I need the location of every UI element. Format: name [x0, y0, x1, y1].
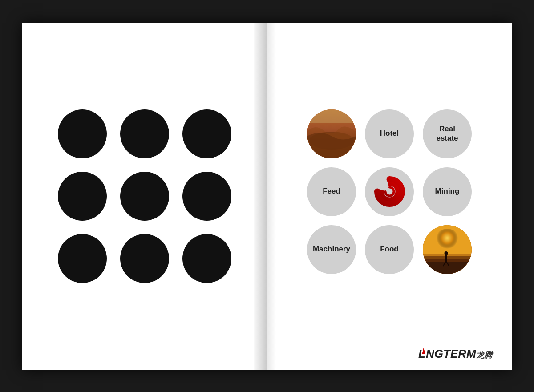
circles-grid: Hotel Realestate Feed: [307, 109, 472, 274]
circle-mining[interactable]: Mining: [423, 167, 472, 216]
machinery-label: Machinery: [313, 245, 350, 254]
circle-hotel[interactable]: Hotel: [365, 109, 414, 158]
svg-rect-13: [445, 255, 447, 263]
right-page: Hotel Realestate Feed: [267, 23, 512, 370]
circle-food[interactable]: Food: [365, 225, 414, 274]
dot-8: [120, 234, 169, 283]
real-estate-label: Realestate: [436, 125, 458, 143]
left-page: [22, 23, 267, 370]
svg-text:龙腾: 龙腾: [476, 351, 494, 360]
feed-label: Feed: [323, 187, 340, 196]
svg-rect-5: [307, 109, 356, 123]
dot-4: [58, 172, 107, 221]
circle-logo-swirl: [365, 167, 414, 216]
dot-6: [182, 172, 231, 221]
circle-machinery[interactable]: Machinery: [307, 225, 356, 274]
dot-1: [58, 109, 107, 158]
canyon-svg: [307, 109, 356, 158]
dot-7: [58, 234, 107, 283]
dot-3: [182, 109, 231, 158]
svg-point-10: [434, 229, 461, 255]
dot-2: [120, 109, 169, 158]
swirl-svg: [373, 175, 406, 208]
book: Hotel Realestate Feed: [22, 23, 512, 370]
dots-grid: [58, 109, 231, 283]
dot-5: [120, 172, 169, 221]
svg-point-14: [445, 251, 448, 255]
circle-feed[interactable]: Feed: [307, 167, 356, 216]
sunset-svg: [423, 225, 472, 274]
hotel-label: Hotel: [380, 129, 399, 138]
svg-text:NGTERM: NGTERM: [426, 347, 477, 360]
dot-9: [182, 234, 231, 283]
brand-logo: L NGTERM 龙腾: [418, 345, 498, 361]
food-label: Food: [380, 245, 399, 254]
circle-real-estate[interactable]: Realestate: [423, 109, 472, 158]
circle-canyon: [307, 109, 356, 158]
logo-area: L NGTERM 龙腾: [418, 345, 498, 361]
circle-sunset: [423, 225, 472, 274]
mining-label: Mining: [435, 187, 460, 196]
